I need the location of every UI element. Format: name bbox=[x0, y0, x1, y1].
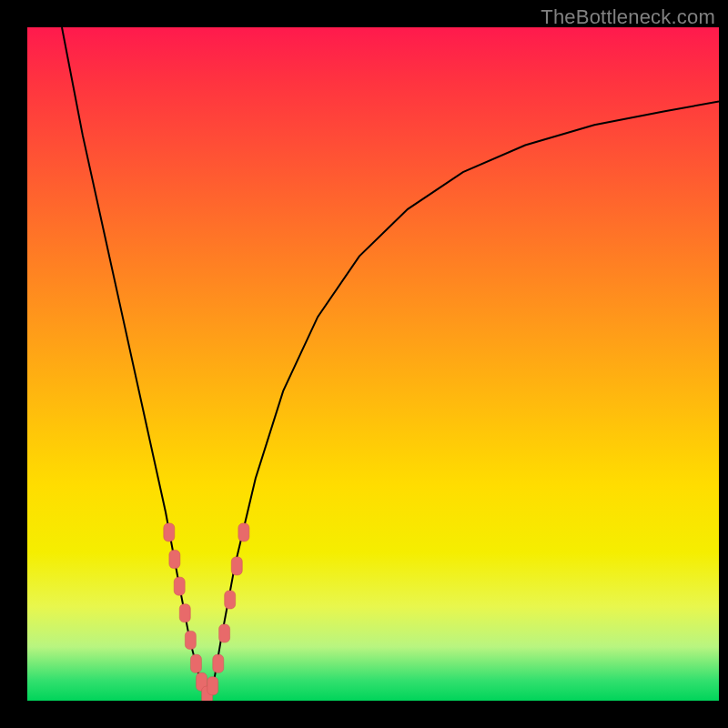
chart-svg bbox=[27, 27, 719, 701]
data-marker bbox=[238, 523, 249, 541]
data-marker bbox=[169, 551, 180, 569]
data-marker bbox=[174, 577, 185, 595]
data-marker bbox=[190, 654, 201, 672]
chart-frame: TheBottleneck.com bbox=[0, 0, 728, 728]
plot-area bbox=[27, 27, 719, 701]
data-marker bbox=[225, 591, 236, 609]
data-marker bbox=[219, 624, 230, 642]
data-marker bbox=[164, 523, 175, 541]
data-marker bbox=[185, 631, 196, 649]
bottleneck-curve bbox=[62, 27, 719, 697]
data-marker bbox=[231, 557, 242, 575]
data-marker bbox=[207, 677, 218, 695]
data-markers bbox=[164, 523, 249, 701]
watermark-text: TheBottleneck.com bbox=[541, 5, 715, 29]
data-marker bbox=[179, 604, 190, 622]
data-marker bbox=[213, 654, 224, 672]
